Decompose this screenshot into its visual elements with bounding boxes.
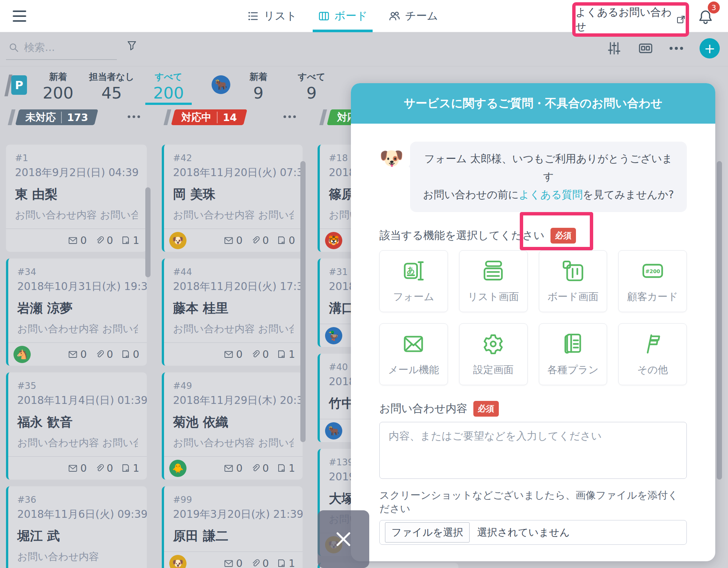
card-footer: 🐶 0 0 1 xyxy=(164,552,303,568)
card-footer: 0 0 1 xyxy=(8,456,147,480)
stat-filter-2[interactable]: すべて200 xyxy=(146,71,191,102)
ticket-date: 2018年11月20日(火) 07:39 xyxy=(173,166,294,180)
search-input[interactable] xyxy=(23,39,115,55)
modal-title: サービスに関するご質問・不具合のお問い合わせ xyxy=(404,96,662,111)
ticket-name: 福永 歓音 xyxy=(17,414,138,431)
stat-value: 9 xyxy=(293,84,330,102)
feature-label: 顧客カード xyxy=(627,290,678,303)
ticket-card[interactable]: #99 2019年3月20日(水) 21:39原田 謙二🐶 0 0 1 xyxy=(162,486,303,568)
feature-button-customer-card[interactable]: #200顧客カード xyxy=(618,250,687,312)
tab-label: ボード xyxy=(334,9,367,24)
feature-button-plans[interactable]: 各種プラン xyxy=(539,323,607,385)
ticket-card[interactable]: #42 2018年11月20日(火) 07:39岡 美珠お問い合わせ内容 お問い… xyxy=(162,145,303,252)
ticket-preview: お問い合わせ内容 お問い合わせ... xyxy=(17,322,138,336)
avatar-dog-icon: 🐶 xyxy=(169,232,186,249)
attachment-count: 0 xyxy=(250,348,269,360)
assignee-avatar[interactable]: 🐂 xyxy=(212,75,230,94)
file-status-text: 選択されていません xyxy=(477,526,570,539)
ticket-card[interactable]: #1 2018年9月2日(日) 04:39東 由梨お問い合わせ内容 お問い合わせ… xyxy=(6,145,147,252)
assistant-greeting: 🐶 フォーム 太郎様、いつもご利用ありがとうございます お問い合わせの前によくあ… xyxy=(379,142,687,212)
ticket-id: #34 xyxy=(17,267,138,277)
sliders-icon[interactable] xyxy=(607,41,622,56)
note-count: 0 xyxy=(121,348,139,360)
stat-value: 200 xyxy=(36,84,81,102)
mail-count: 0 xyxy=(224,558,242,568)
add-card-button[interactable]: + xyxy=(700,38,720,58)
avatar-duck-icon: 🦆 xyxy=(325,327,342,344)
search-icon xyxy=(8,42,19,53)
card-footer: 🐶 0 0 0 xyxy=(164,229,303,252)
mail-count: 0 xyxy=(68,348,87,360)
ticket-card[interactable]: #44 2018年11月20日(火) 17:39藤本 桂里お問い合わせ内容 お問… xyxy=(162,259,303,366)
feature-button-mail[interactable]: メール機能 xyxy=(379,323,448,385)
project-flag-logo[interactable]: P xyxy=(6,74,28,97)
mail-count: 0 xyxy=(68,462,87,474)
ticket-id: #35 xyxy=(17,381,138,391)
tab-label: リスト xyxy=(264,9,297,24)
ticket-card[interactable]: #49 2018年11月29日(木) 20:39菊池 依織お問い合わせ内容 お問… xyxy=(162,372,303,480)
attachment-count: 0 xyxy=(250,235,269,246)
stat-filter-4[interactable]: 新着9 xyxy=(240,71,277,102)
column-count: 14 xyxy=(217,112,237,123)
mail-count: 0 xyxy=(224,462,242,474)
ticket-name: 菊池 依織 xyxy=(173,414,294,431)
avatar-ox-icon: 🐂 xyxy=(325,422,342,439)
ticket-preview: お問い合わせ内容 お問い合わせ... xyxy=(15,208,138,222)
column-menu-icon[interactable] xyxy=(128,115,140,118)
column4-scrollbar[interactable] xyxy=(717,161,722,480)
ticket-card[interactable]: #34 2018年10月31日(水) 19:39岩瀬 涼夢お問い合わせ内容 お問… xyxy=(6,259,147,366)
card-footer: 0 0 1 xyxy=(164,342,303,366)
feature-button-board-screen[interactable]: ボード画面 xyxy=(539,250,607,312)
required-badge: 必須 xyxy=(473,401,499,417)
card-view-icon[interactable] xyxy=(638,41,653,56)
column-slash-decoration xyxy=(319,109,327,125)
feature-label: その他 xyxy=(637,363,668,377)
inquiry-textarea[interactable] xyxy=(379,422,687,479)
avatar-horse-icon: 🐴 xyxy=(13,346,31,363)
app-screen: リストボードチーム よくあるお問い合わせ 3 + P 新着200担当者なし45す… xyxy=(0,0,728,568)
stat-filter-5[interactable]: すべて9 xyxy=(293,71,330,102)
feature-button-gear[interactable]: 設定画面 xyxy=(459,323,528,385)
more-options-icon[interactable] xyxy=(670,47,683,50)
file-select-button[interactable]: ファイルを選択 xyxy=(385,522,470,543)
feature-label: 各種プラン xyxy=(547,363,598,377)
note-count: 1 xyxy=(121,235,139,246)
plans-icon xyxy=(561,332,585,357)
kanban-column-2: 対応中14 #42 2018年11月20日(火) 07:39岡 美珠お問い合わせ… xyxy=(162,109,303,568)
attachment-count: 0 xyxy=(94,462,113,474)
note-count: 1 xyxy=(276,462,295,474)
modal-close-button[interactable] xyxy=(318,510,369,568)
tab-board[interactable]: ボード xyxy=(318,0,367,32)
tab-list[interactable]: リスト xyxy=(247,0,297,32)
attachment-count: 0 xyxy=(94,348,113,360)
notification-badge: 3 xyxy=(708,1,720,13)
tab-team[interactable]: チーム xyxy=(388,0,438,32)
content-label-row: お問い合わせ内容 必須 xyxy=(379,401,687,417)
stat-filter-0[interactable]: 新着200 xyxy=(36,71,81,102)
attach-hint: スクリーンショットなどございましたら、画像ファイルを添付ください xyxy=(379,489,687,516)
ticket-date: 2018年11月29日(木) 20:39 xyxy=(173,393,294,408)
tab-label: チーム xyxy=(405,9,438,24)
flag-icon xyxy=(641,332,664,357)
external-link-icon xyxy=(676,15,686,25)
stat-value: 9 xyxy=(240,84,277,102)
ticket-card[interactable]: #36 2018年11月6日(火) 09:39堀江 武お問い合わせ内容🐱 0 0… xyxy=(6,486,147,568)
feature-button-flag[interactable]: その他 xyxy=(618,323,687,385)
svg-text:あ: あ xyxy=(407,265,415,274)
avatar-tiger-icon: 🐯 xyxy=(325,232,342,249)
hamburger-menu-icon[interactable] xyxy=(13,10,26,22)
feature-button-form[interactable]: あフォーム xyxy=(379,250,448,312)
faq-button[interactable]: よくあるお問い合わせ xyxy=(576,5,686,34)
filter-funnel-icon[interactable] xyxy=(126,40,138,52)
mail-count: 0 xyxy=(68,235,87,246)
ticket-card[interactable]: #35 2018年11月4日(日) 01:39福永 歓音お問い合わせ内容 お問い… xyxy=(6,372,147,480)
column-menu-icon[interactable] xyxy=(283,115,296,118)
column2-scrollbar[interactable] xyxy=(300,161,306,442)
column1-scrollbar[interactable] xyxy=(145,187,151,277)
feature-label: ボード画面 xyxy=(547,290,598,303)
stat-filter-1[interactable]: 担当者なし45 xyxy=(85,71,138,102)
feature-button-list-screen[interactable]: リスト画面 xyxy=(459,250,528,312)
faq-question-link[interactable]: よくある質問 xyxy=(519,188,583,201)
feature-label: 設定画面 xyxy=(473,363,513,377)
ticket-preview: お問い合わせ内容 お問い合わせ... xyxy=(17,436,138,450)
